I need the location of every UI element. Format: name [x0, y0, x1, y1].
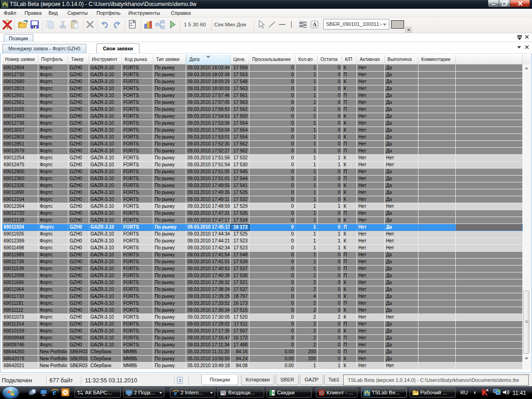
- svg-text:A: A: [313, 21, 317, 28]
